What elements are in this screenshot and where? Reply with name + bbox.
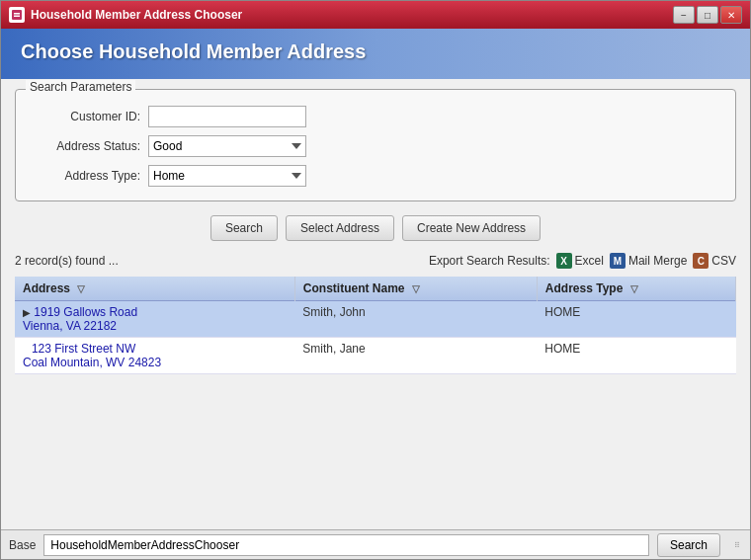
resize-dots-icon: ⠿ bbox=[734, 542, 740, 550]
title-bar: Household Member Address Chooser − □ ✕ bbox=[1, 1, 750, 29]
maximize-button[interactable]: □ bbox=[697, 6, 718, 24]
excel-label: Excel bbox=[575, 254, 604, 268]
action-buttons-row: Search Select Address Create New Address bbox=[15, 209, 736, 245]
table-row[interactable]: ▶ 1919 Gallows RoadVienna, VA 22182 Smit… bbox=[15, 301, 736, 338]
constituent-name-cell: Smith, Jane bbox=[294, 338, 537, 374]
address-cell: ▶ 1919 Gallows RoadVienna, VA 22182 bbox=[15, 301, 294, 338]
export-csv-button[interactable]: C CSV bbox=[693, 253, 736, 269]
address-type-select[interactable]: Home Work Other bbox=[148, 165, 306, 187]
csv-icon: C bbox=[693, 253, 709, 269]
address-text: 1919 Gallows RoadVienna, VA 22182 bbox=[23, 305, 137, 333]
search-parameters-group: Search Parameters Customer ID: Address S… bbox=[15, 89, 736, 201]
window-title: Household Member Address Chooser bbox=[31, 8, 667, 22]
customer-id-input[interactable] bbox=[148, 106, 306, 127]
status-input[interactable] bbox=[43, 534, 649, 556]
close-button[interactable]: ✕ bbox=[720, 6, 742, 24]
customer-id-row: Customer ID: bbox=[32, 106, 719, 127]
excel-icon: X bbox=[556, 253, 572, 269]
table-header-row: Address ▽ Constituent Name ▽ Address Typ… bbox=[15, 277, 736, 301]
constituent-filter-icon[interactable]: ▽ bbox=[412, 283, 420, 294]
svg-rect-1 bbox=[14, 13, 20, 15]
address-type-cell: HOME bbox=[537, 301, 735, 338]
mailmerge-icon: M bbox=[610, 253, 626, 269]
address-filter-icon[interactable]: ▽ bbox=[77, 283, 85, 294]
address-type-filter-icon[interactable]: ▽ bbox=[630, 283, 638, 294]
resize-handle[interactable]: ⠿ bbox=[728, 538, 742, 552]
address-type-row: Address Type: Home Work Other bbox=[32, 165, 719, 187]
row-arrow: ▶ bbox=[23, 307, 31, 318]
col-header-address: Address ▽ bbox=[15, 277, 294, 301]
address-cell: 123 First Street NWCoal Mountain, WV 248… bbox=[15, 338, 294, 374]
status-search-button[interactable]: Search bbox=[657, 533, 720, 557]
address-status-select[interactable]: Good Bad Unknown bbox=[148, 135, 306, 157]
constituent-name-cell: Smith, John bbox=[294, 301, 537, 338]
address-type-cell: HOME bbox=[537, 338, 735, 374]
minimize-button[interactable]: − bbox=[673, 6, 695, 24]
page-title: Choose Household Member Address bbox=[21, 40, 730, 63]
svg-rect-0 bbox=[12, 10, 22, 20]
search-button[interactable]: Search bbox=[210, 215, 278, 241]
status-label: Base bbox=[9, 538, 36, 552]
results-table: Address ▽ Constituent Name ▽ Address Typ… bbox=[15, 277, 736, 374]
export-label: Export Search Results: bbox=[429, 254, 550, 268]
main-content: Search Parameters Customer ID: Address S… bbox=[1, 79, 750, 529]
csv-label: CSV bbox=[711, 254, 736, 268]
window-header: Choose Household Member Address bbox=[1, 29, 750, 79]
group-legend: Search Parameters bbox=[26, 80, 135, 94]
record-count: 2 record(s) found ... bbox=[15, 254, 119, 268]
col-header-constituent-name: Constituent Name ▽ bbox=[294, 277, 537, 301]
export-section: Export Search Results: X Excel M Mail Me… bbox=[429, 253, 736, 269]
create-new-address-button[interactable]: Create New Address bbox=[402, 215, 541, 241]
export-mail-merge-button[interactable]: M Mail Merge bbox=[610, 253, 687, 269]
address-text: 123 First Street NWCoal Mountain, WV 248… bbox=[23, 342, 161, 369]
table-row[interactable]: 123 First Street NWCoal Mountain, WV 248… bbox=[15, 338, 736, 374]
window-controls: − □ ✕ bbox=[673, 6, 742, 24]
svg-rect-2 bbox=[14, 16, 20, 18]
main-window: Household Member Address Chooser − □ ✕ C… bbox=[0, 0, 751, 560]
select-address-button[interactable]: Select Address bbox=[286, 215, 394, 241]
status-bar: Base Search ⠿ bbox=[1, 529, 750, 559]
address-status-label: Address Status: bbox=[32, 139, 140, 153]
mail-merge-label: Mail Merge bbox=[628, 254, 687, 268]
customer-id-label: Customer ID: bbox=[32, 110, 140, 123]
window-icon bbox=[9, 7, 25, 23]
export-excel-button[interactable]: X Excel bbox=[556, 253, 604, 269]
col-header-address-type: Address Type ▽ bbox=[537, 277, 735, 301]
row-arrow bbox=[23, 344, 29, 355]
address-type-label: Address Type: bbox=[32, 169, 140, 183]
results-info-row: 2 record(s) found ... Export Search Resu… bbox=[15, 253, 736, 269]
address-status-row: Address Status: Good Bad Unknown bbox=[32, 135, 719, 157]
